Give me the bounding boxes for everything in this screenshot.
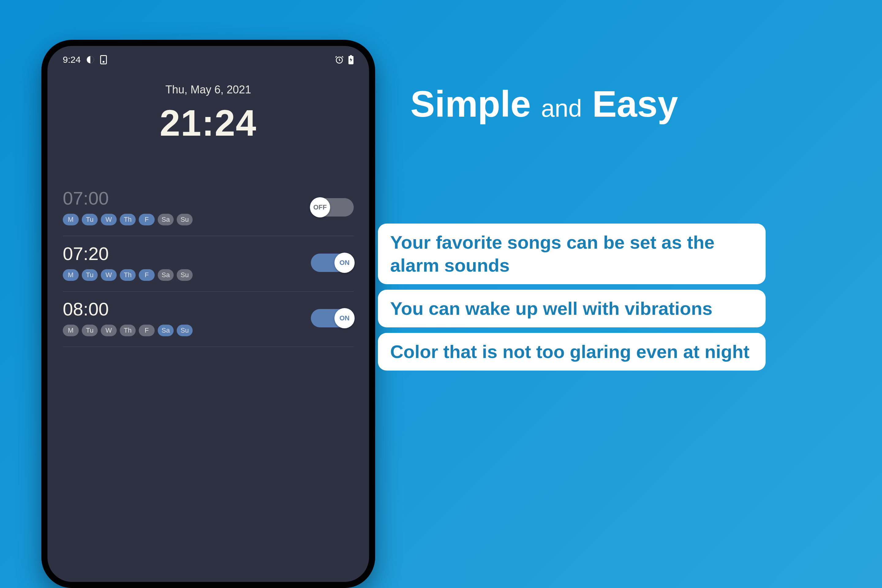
alarm-info: 08:00MTuWThFSaSu	[63, 300, 193, 336]
day-pills: MTuWThFSaSu	[63, 325, 193, 336]
sim-card-icon	[100, 55, 107, 64]
day-pill[interactable]: W	[101, 214, 117, 225]
day-pill[interactable]: Tu	[82, 269, 98, 281]
day-pill[interactable]: Sa	[158, 269, 174, 281]
day-pills: MTuWThFSaSu	[63, 214, 193, 225]
alarm-row[interactable]: 07:00MTuWThFSaSuOFF	[63, 181, 354, 236]
alarm-icon	[335, 55, 344, 64]
alarm-toggle[interactable]: ON	[311, 254, 354, 272]
phone-frame: 9:24 Thu, May 6, 2021 21:24	[41, 40, 375, 588]
phone-screen: 9:24 Thu, May 6, 2021 21:24	[48, 46, 369, 582]
do-not-disturb-icon	[86, 56, 94, 64]
current-time: 21:24	[48, 102, 369, 144]
alarm-time: 07:00	[63, 189, 193, 208]
headline-word-2: and	[541, 94, 582, 122]
clock-header: Thu, May 6, 2021 21:24	[48, 68, 369, 181]
day-pill[interactable]: Th	[120, 214, 136, 225]
alarm-row[interactable]: 08:00MTuWThFSaSuON	[63, 291, 354, 347]
day-pill[interactable]: W	[101, 325, 117, 336]
alarm-toggle[interactable]: ON	[311, 309, 354, 327]
day-pill[interactable]: Th	[120, 269, 136, 281]
day-pills: MTuWThFSaSu	[63, 269, 193, 281]
day-pill[interactable]: Sa	[158, 325, 174, 336]
status-bar: 9:24	[48, 46, 369, 68]
status-time: 9:24	[63, 54, 81, 65]
toggle-knob: ON	[334, 308, 355, 328]
day-pill[interactable]: Tu	[82, 325, 98, 336]
svg-rect-1	[101, 56, 106, 64]
toggle-knob: ON	[334, 253, 355, 273]
headline-word-1: Simple	[410, 83, 531, 124]
alarm-list: 07:00MTuWThFSaSuOFF07:20MTuWThFSaSuON08:…	[48, 181, 369, 347]
feature-card: Your favorite songs can be set as the al…	[378, 224, 766, 284]
day-pill[interactable]: Th	[120, 325, 136, 336]
current-date: Thu, May 6, 2021	[48, 83, 369, 96]
battery-icon	[348, 55, 354, 64]
alarm-info: 07:00MTuWThFSaSu	[63, 189, 193, 225]
day-pill[interactable]: W	[101, 269, 117, 281]
day-pill[interactable]: F	[139, 214, 154, 225]
feature-card: Color that is not too glaring even at ni…	[378, 333, 766, 370]
day-pill[interactable]: M	[63, 269, 79, 281]
day-pill[interactable]: F	[139, 325, 154, 336]
day-pill[interactable]: M	[63, 214, 79, 225]
day-pill[interactable]: Su	[177, 325, 193, 336]
marketing-panel: Simple and Easy Your favorite songs can …	[380, 0, 882, 588]
day-pill[interactable]: Tu	[82, 214, 98, 225]
svg-rect-2	[103, 61, 104, 63]
svg-rect-5	[350, 55, 352, 56]
alarm-row[interactable]: 07:20MTuWThFSaSuON	[63, 236, 354, 291]
headline: Simple and Easy	[410, 82, 678, 125]
status-bar-right	[335, 55, 354, 64]
day-pill[interactable]: F	[139, 269, 154, 281]
day-pill[interactable]: Su	[177, 269, 193, 281]
alarm-time: 07:20	[63, 245, 193, 263]
feature-card-list: Your favorite songs can be set as the al…	[378, 224, 766, 370]
alarm-time: 08:00	[63, 300, 193, 318]
headline-word-3: Easy	[592, 83, 678, 124]
feature-card: You can wake up well with vibrations	[378, 290, 766, 327]
toggle-knob: OFF	[310, 197, 330, 218]
alarm-info: 07:20MTuWThFSaSu	[63, 245, 193, 281]
day-pill[interactable]: Sa	[158, 214, 174, 225]
day-pill[interactable]: M	[63, 325, 79, 336]
status-bar-left: 9:24	[63, 54, 107, 65]
day-pill[interactable]: Su	[177, 214, 193, 225]
alarm-toggle[interactable]: OFF	[311, 198, 354, 216]
